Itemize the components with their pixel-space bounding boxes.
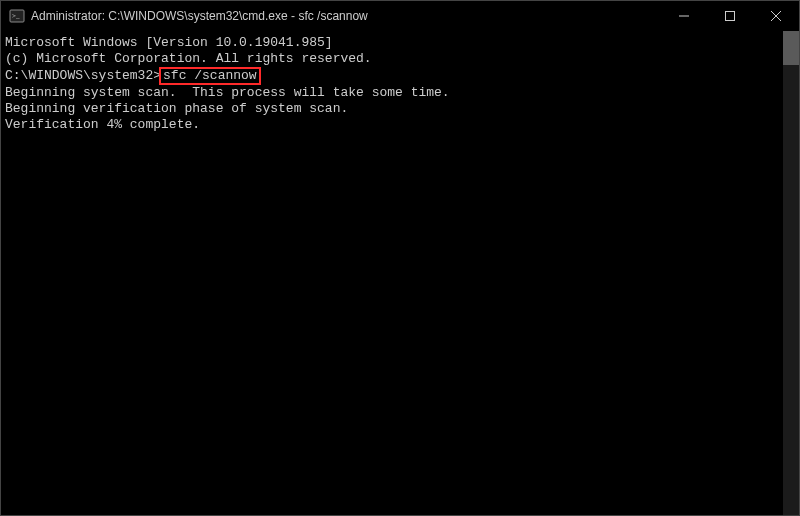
- vertical-scrollbar[interactable]: [783, 31, 799, 515]
- cmd-window: >_ Administrator: C:\WINDOWS\system32\cm…: [0, 0, 800, 516]
- verification-phase-line: Beginning verification phase of system s…: [5, 101, 779, 117]
- titlebar[interactable]: >_ Administrator: C:\WINDOWS\system32\cm…: [1, 1, 799, 31]
- prompt-path: C:\WINDOWS\system32>: [5, 68, 161, 83]
- verification-progress-line: Verification 4% complete.: [5, 117, 779, 133]
- close-button[interactable]: [753, 1, 799, 31]
- content-area: Microsoft Windows [Version 10.0.19041.98…: [1, 31, 799, 515]
- prompt-line: C:\WINDOWS\system32>sfc /scannow: [5, 67, 779, 85]
- cmd-icon: >_: [9, 8, 25, 24]
- copyright-line: (c) Microsoft Corporation. All rights re…: [5, 51, 779, 67]
- scrollbar-thumb[interactable]: [783, 31, 799, 65]
- scan-begin-line: Beginning system scan. This process will…: [5, 85, 779, 101]
- svg-rect-3: [726, 12, 735, 21]
- command-highlight: sfc /scannow: [159, 67, 261, 85]
- svg-text:>_: >_: [12, 12, 20, 20]
- version-line: Microsoft Windows [Version 10.0.19041.98…: [5, 35, 779, 51]
- window-controls: [661, 1, 799, 31]
- maximize-button[interactable]: [707, 1, 753, 31]
- window-title: Administrator: C:\WINDOWS\system32\cmd.e…: [31, 9, 368, 23]
- terminal-output[interactable]: Microsoft Windows [Version 10.0.19041.98…: [1, 31, 783, 515]
- minimize-button[interactable]: [661, 1, 707, 31]
